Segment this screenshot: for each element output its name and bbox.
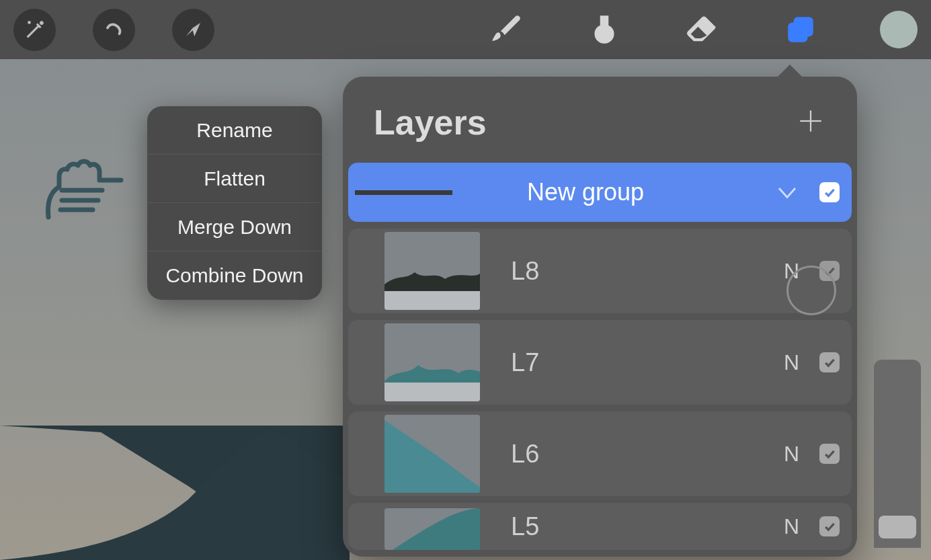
eraser-icon bbox=[685, 12, 720, 47]
plus-icon bbox=[797, 107, 825, 135]
layers-icon bbox=[784, 13, 817, 46]
layer-row[interactable]: L7 N bbox=[348, 320, 852, 405]
share-button[interactable] bbox=[172, 9, 214, 51]
blend-mode[interactable]: N bbox=[784, 259, 799, 284]
blend-mode[interactable]: N bbox=[784, 442, 799, 467]
layer-name: L5 bbox=[511, 512, 784, 541]
eraser-tool[interactable] bbox=[684, 11, 721, 48]
smudge-tool[interactable] bbox=[585, 11, 623, 48]
layer-visibility-checkbox[interactable] bbox=[819, 516, 840, 536]
svg-rect-10 bbox=[384, 381, 480, 401]
layers-title: Layers bbox=[374, 102, 487, 143]
check-icon bbox=[823, 447, 836, 461]
layer-thumbnail bbox=[384, 323, 480, 401]
layer-row[interactable]: L6 N bbox=[348, 411, 852, 496]
top-toolbar bbox=[0, 0, 931, 59]
layer-group-row[interactable]: New group bbox=[348, 163, 852, 222]
layer-row[interactable]: L8 N bbox=[348, 229, 852, 313]
layer-name: L7 bbox=[511, 348, 784, 377]
hand-pointer-graphic bbox=[40, 153, 128, 227]
layer-thumbnail bbox=[384, 508, 480, 550]
context-rename[interactable]: Rename bbox=[147, 106, 322, 155]
brush-icon bbox=[489, 13, 523, 46]
svg-rect-8 bbox=[384, 290, 480, 310]
blend-mode[interactable]: N bbox=[784, 350, 799, 375]
svg-rect-1 bbox=[788, 23, 807, 42]
selection-icon bbox=[104, 19, 124, 40]
layer-visibility-checkbox[interactable] bbox=[819, 352, 840, 372]
canvas-mountain-shape bbox=[0, 426, 350, 560]
layer-thumbnail bbox=[384, 232, 480, 310]
context-combine-down[interactable]: Combine Down bbox=[147, 251, 322, 300]
context-merge-down[interactable]: Merge Down bbox=[147, 203, 322, 251]
layers-tool[interactable] bbox=[782, 11, 819, 48]
slider-handle[interactable] bbox=[879, 516, 916, 538]
group-visibility-checkbox[interactable] bbox=[819, 182, 840, 202]
layer-row[interactable]: L5 N bbox=[348, 503, 852, 550]
check-icon bbox=[823, 186, 836, 199]
magic-wand-button[interactable] bbox=[13, 9, 56, 51]
color-swatch[interactable] bbox=[880, 11, 918, 48]
layer-name: L6 bbox=[511, 440, 784, 469]
layer-name: L8 bbox=[511, 257, 784, 286]
layers-panel: Layers New group bbox=[343, 77, 857, 557]
layer-visibility-checkbox[interactable] bbox=[819, 444, 840, 464]
magic-wand-icon bbox=[24, 18, 46, 41]
check-icon bbox=[823, 356, 836, 369]
blend-mode[interactable]: N bbox=[784, 514, 799, 539]
layer-thumbnail bbox=[384, 415, 480, 493]
brush-tool[interactable] bbox=[487, 11, 525, 48]
selection-button[interactable] bbox=[93, 9, 135, 51]
context-flatten[interactable]: Flatten bbox=[147, 155, 322, 203]
check-icon bbox=[823, 520, 836, 533]
check-icon bbox=[823, 264, 836, 278]
layer-visibility-checkbox[interactable] bbox=[819, 261, 840, 281]
chevron-down-icon[interactable] bbox=[775, 180, 799, 204]
group-label: New group bbox=[396, 178, 775, 206]
smudge-icon bbox=[588, 13, 621, 46]
layer-context-menu: Rename Flatten Merge Down Combine Down bbox=[147, 106, 322, 300]
arrow-icon bbox=[184, 19, 204, 40]
side-slider[interactable] bbox=[874, 360, 921, 548]
add-layer-button[interactable] bbox=[797, 107, 825, 138]
